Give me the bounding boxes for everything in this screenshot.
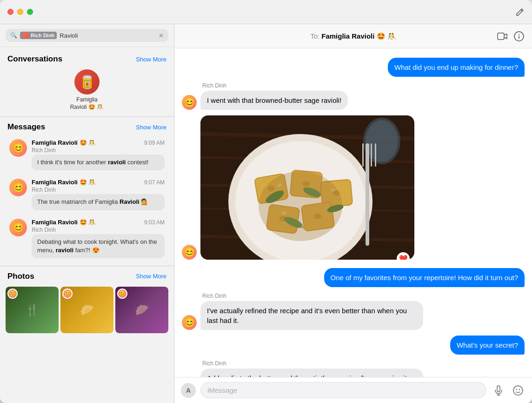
app-window: 🔍 Rich Dinh Ravioli ✕ Conversations Show… [0,0,532,403]
msg-body-1: What did you end up making for dinner? [388,58,525,77]
msg-header-1: Famiglia Ravioli 🤩 🤼 9:09 AM [32,139,165,146]
message-item-1[interactable]: 😊 Famiglia Ravioli 🤩 🤼 9:09 AM Rich Dinh… [4,135,170,174]
message-row-3: 😊 [182,115,525,260]
msg-group-3: Famiglia Ravioli 🤩 🤼 [32,219,96,226]
conv-name-famiglia: FamigliaRavioli 🤩 🤼 [70,96,104,111]
main-content: 🔍 Rich Dinh Ravioli ✕ Conversations Show… [0,24,532,403]
maximize-button[interactable] [27,9,33,15]
message-item-3[interactable]: 😊 Famiglia Ravioli 🤩 🤼 9:03 AM Rich Dinh… [4,215,170,262]
msg-body-2: Rich Dinh I went with that browned-butte… [200,82,348,110]
conversation-famiglia-ravioli[interactable]: 🥫 FamigliaRavioli 🤩 🤼 [0,67,174,113]
msg-body-3: ❤️ [200,115,414,260]
photo-thumb-3[interactable]: 😊 🥟 [115,287,168,333]
svg-point-48 [519,389,520,390]
message-row-6: What's your secret? [182,336,525,355]
chat-header-icons [497,31,525,42]
svg-rect-43 [497,386,500,392]
msg-header-2: Famiglia Ravioli 🤩 🤼 9:07 AM [32,179,165,186]
msg-body-7: Rich Dinh Add garlic to the butter, and … [200,360,423,377]
bubble-5: I've actually refined the recipe and it'… [200,301,423,330]
msg-avatar-2: 😊 [9,179,27,196]
msg-row-avatar-2: 😊 [182,95,197,110]
photos-title: Photos [7,272,34,281]
photos-show-more[interactable]: Show More [136,273,166,280]
msg-sender-7: Rich Dinh [200,360,423,367]
search-chip-avatar [22,32,29,39]
conversations-show-more[interactable]: Show More [136,56,166,63]
bubble-4: One of my favorites from your repertoire… [324,268,525,287]
bubble-6: What's your secret? [450,336,525,355]
msg-content-1: Famiglia Ravioli 🤩 🤼 9:09 AM Rich Dinh I… [32,139,165,170]
bubble-1: What did you end up making for dinner? [388,58,525,77]
msg-content-2: Famiglia Ravioli 🤩 🤼 9:07 AM Rich Dinh T… [32,179,165,210]
chat-header: To: Famiglia Ravioli 🤩 🤼 [174,24,532,48]
traffic-lights [7,9,33,15]
messages-scroll: What did you end up making for dinner? 😊… [174,48,532,377]
message-row-2: 😊 Rich Dinh I went with that browned-but… [182,82,525,110]
search-chip-text: Rich Dinh [31,33,54,38]
messages-header: Messages Show More [0,121,174,135]
app-store-button[interactable]: A [181,383,196,398]
svg-rect-39 [362,143,364,167]
emoji-button[interactable] [511,383,525,398]
msg-row-avatar-3: 😊 [182,245,197,260]
app-btn-label: A [186,387,191,394]
svg-point-47 [516,389,517,390]
search-chip: Rich Dinh [20,32,57,39]
image-bubble-3[interactable]: ❤️ [200,115,414,260]
chat-area: To: Famiglia Ravioli 🤩 🤼 [174,24,532,403]
info-button[interactable] [513,31,525,42]
svg-point-37 [259,171,342,241]
msg-from-3: Rich Dinh [32,227,165,233]
message-row-1: What did you end up making for dinner? [182,58,525,77]
msg-time-1: 9:09 AM [144,140,165,146]
message-row-5: 😊 Rich Dinh I've actually refined the re… [182,293,525,330]
bubble-2: I went with that browned-butter sage rav… [200,91,348,110]
svg-rect-0 [498,33,504,40]
message-item-2[interactable]: 😊 Famiglia Ravioli 🤩 🤼 9:07 AM Rich Dinh… [4,175,170,214]
msg-avatar-1: 😊 [9,139,27,157]
close-button[interactable] [7,9,13,15]
audio-record-button[interactable] [491,383,506,398]
photos-header: Photos Show More [0,270,174,285]
msg-bubble-2: The true matriarch of Famiglia Ravioli 💁 [32,194,165,210]
photo-thumb-2[interactable]: 😊 🥟 [60,287,113,333]
search-inner: 🔍 Rich Dinh Ravioli ✕ [6,29,168,42]
chat-recipient: Famiglia Ravioli 🤩 🤼 [321,32,396,40]
msg-body-6: What's your secret? [450,336,525,355]
search-icon: 🔍 [10,32,17,39]
msg-content-3: Famiglia Ravioli 🤩 🤼 9:03 AM Rich Dinh D… [32,219,165,258]
msg-group-1: Famiglia Ravioli 🤩 🤼 [32,139,96,146]
svg-rect-40 [366,143,368,167]
svg-rect-41 [371,143,372,167]
minimize-button[interactable] [17,9,23,15]
messages-show-more[interactable]: Show More [136,124,166,131]
photo-thumb-1[interactable]: 😊 🍴 [6,287,59,333]
chat-to-label: To: [310,32,319,40]
msg-time-2: 9:07 AM [144,179,165,186]
input-area: A [174,377,532,403]
msg-body-4: One of my favorites from your repertoire… [324,268,525,287]
msg-time-3: 9:03 AM [144,219,165,226]
messages-title: Messages [7,122,45,132]
msg-group-2: Famiglia Ravioli 🤩 🤼 [32,179,96,186]
message-row-4: One of my favorites from your repertoire… [182,268,525,287]
msg-header-3: Famiglia Ravioli 🤩 🤼 9:03 AM [32,219,165,226]
video-call-button[interactable] [497,31,508,42]
msg-sender-2: Rich Dinh [200,82,348,89]
message-row-7: 😊 Rich Dinh Add garlic to the butter, an… [182,360,525,377]
sidebar: 🔍 Rich Dinh Ravioli ✕ Conversations Show… [0,24,174,403]
msg-sender-5: Rich Dinh [200,293,423,299]
divider-2 [0,266,174,266]
svg-rect-42 [375,143,376,167]
msg-from-2: Rich Dinh [32,187,165,193]
message-input[interactable] [200,382,486,398]
msg-avatar-3: 😊 [9,219,27,236]
msg-body-5: Rich Dinh I've actually refined the reci… [200,293,423,330]
svg-point-46 [513,386,523,395]
ravioli-image [200,115,414,260]
svg-point-10 [366,120,398,162]
msg-bubble-1: I think it's time for another ravioli co… [32,154,165,170]
compose-button[interactable] [515,7,525,17]
search-clear-button[interactable]: ✕ [159,32,164,39]
